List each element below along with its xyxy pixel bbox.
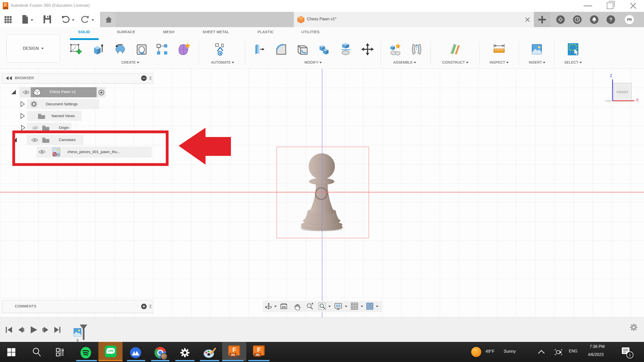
tab-utilities[interactable]: UTILITIES <box>301 30 320 34</box>
restore-icon[interactable] <box>607 3 613 9</box>
look-at-icon[interactable] <box>280 303 288 310</box>
grid-display-icon[interactable] <box>351 302 358 310</box>
group-construct[interactable]: CONSTRUCT <box>442 60 468 64</box>
new-tab-button[interactable] <box>534 12 550 27</box>
app-grid-icon[interactable] <box>4 16 12 24</box>
automate-icon[interactable] <box>213 42 227 56</box>
joint-icon[interactable] <box>410 42 424 56</box>
select-icon[interactable] <box>566 42 580 56</box>
fusion-taskbar-cell-active[interactable]: F 360 <box>222 342 246 361</box>
tab-solid[interactable]: SOLID <box>78 30 90 34</box>
tab-plastic[interactable]: PLASTIC <box>258 30 274 34</box>
save-icon[interactable] <box>43 15 51 24</box>
nordvpn-icon[interactable] <box>130 347 141 358</box>
viewports-dropdown-icon[interactable] <box>376 306 378 307</box>
create-sketch-icon[interactable] <box>69 42 83 56</box>
orbit-icon[interactable] <box>265 303 272 310</box>
minimize-icon[interactable] <box>584 6 592 6</box>
redo-icon[interactable] <box>81 15 90 23</box>
taskbar-chevron-up-icon[interactable] <box>538 349 545 354</box>
fit-dropdown-icon[interactable] <box>328 306 331 307</box>
home-button[interactable] <box>102 12 116 27</box>
chrome-icon[interactable] <box>154 347 166 358</box>
paint-icon[interactable] <box>203 347 216 358</box>
visibility-off-eye-icon[interactable] <box>32 125 38 130</box>
timeline-settings-gear-icon[interactable] <box>629 323 638 332</box>
extensions-button[interactable] <box>556 15 565 24</box>
expand-triangle-closed-icon[interactable] <box>20 113 25 119</box>
display-dropdown-icon[interactable] <box>345 306 347 307</box>
start-button-icon[interactable] <box>7 348 16 356</box>
revolve-icon[interactable] <box>113 42 127 56</box>
weather-temperature[interactable]: 49°F <box>486 349 495 354</box>
timeline-step-back-icon[interactable] <box>17 327 25 333</box>
viewcube[interactable]: FRONT <box>614 83 631 101</box>
clock-date[interactable]: 4/6/2023 <box>588 352 603 357</box>
tree-item-named-views[interactable]: Named Views <box>52 114 75 118</box>
orbit-dropdown-icon[interactable] <box>274 306 277 307</box>
camera-status-icon[interactable] <box>554 348 562 356</box>
shell-icon[interactable] <box>296 42 310 56</box>
new-component-icon[interactable] <box>388 42 403 56</box>
timeline-step-forward-icon[interactable] <box>42 327 49 333</box>
display-settings-icon[interactable] <box>334 302 342 310</box>
press-pull-icon[interactable] <box>252 42 266 56</box>
create-form-icon[interactable] <box>177 42 191 56</box>
action-center-button[interactable]: 1 <box>621 347 630 356</box>
tab-sheet-metal[interactable]: SHEET METAL <box>203 30 229 34</box>
group-modify[interactable]: MODIFY <box>304 60 322 64</box>
construct-plane-icon[interactable] <box>448 42 462 56</box>
tree-item-origin[interactable]: Origin <box>59 125 69 130</box>
move-copy-icon[interactable] <box>360 42 375 56</box>
clock-time[interactable]: 7:36 PM <box>590 344 605 349</box>
insert-canvas-icon[interactable] <box>530 42 544 56</box>
tab-close-icon[interactable] <box>525 17 530 22</box>
comments-panel[interactable]: COMMENTS <box>2 300 153 313</box>
pan-icon[interactable] <box>293 302 301 310</box>
weather-condition[interactable]: Sunny <box>504 349 516 354</box>
browser-minimize-button[interactable] <box>141 75 147 81</box>
undo-arrow-icon[interactable] <box>72 19 74 21</box>
timeline-play-icon[interactable] <box>30 326 38 334</box>
add-comment-button[interactable] <box>141 304 147 309</box>
close-icon[interactable] <box>629 2 637 10</box>
undo-icon[interactable] <box>61 15 70 23</box>
tree-item-document-settings[interactable]: Document Settings <box>46 102 78 106</box>
activate-component-icon[interactable] <box>98 89 105 96</box>
notifications-button[interactable] <box>590 15 598 24</box>
extrude-icon[interactable] <box>91 42 105 56</box>
language-indicator[interactable]: ENG <box>569 349 578 353</box>
settings-taskbar-icon[interactable] <box>180 347 190 358</box>
file-menu-icon[interactable] <box>22 15 29 24</box>
group-select[interactable]: SELECT <box>564 60 582 64</box>
group-create[interactable]: CREATE <box>121 60 139 64</box>
browser-panel-header[interactable]: BROWSER <box>2 73 153 83</box>
hole-icon[interactable] <box>135 42 149 56</box>
visibility-eye-icon[interactable] <box>23 90 30 95</box>
workspace-selector[interactable]: DESIGN <box>7 34 60 63</box>
expand-triangle-closed-icon[interactable] <box>21 125 26 131</box>
pattern-icon[interactable] <box>155 42 169 56</box>
tab-surface[interactable]: SURFACE <box>117 30 135 34</box>
zoom-icon[interactable] <box>306 302 314 310</box>
measure-icon[interactable] <box>492 42 506 56</box>
timeline-skip-end-icon[interactable] <box>54 327 61 333</box>
tree-item-root[interactable]: Chess Pawn v1 <box>50 89 76 94</box>
redo-arrow-icon[interactable] <box>92 19 94 21</box>
fit-icon[interactable] <box>318 302 326 310</box>
browser-panel-grip[interactable] <box>150 76 150 80</box>
document-tab[interactable]: Chess Pawn v1* <box>294 12 534 27</box>
timeline-skip-start-icon[interactable] <box>6 327 13 333</box>
collapse-panel-icon[interactable] <box>6 76 12 80</box>
timeline-playhead[interactable] <box>79 324 88 340</box>
account-avatar[interactable]: PR <box>625 15 634 24</box>
split-body-icon[interactable] <box>339 42 353 56</box>
search-icon[interactable] <box>32 347 41 357</box>
fillet-icon[interactable] <box>274 42 288 56</box>
tab-mesh[interactable]: MESH <box>163 30 175 34</box>
combine-icon[interactable] <box>317 42 331 56</box>
weather-sun-icon[interactable] <box>471 347 481 357</box>
grid-dropdown-icon[interactable] <box>361 306 363 307</box>
fusion-taskbar-icon-2[interactable]: F 360 <box>253 345 265 357</box>
group-automate[interactable]: AUTOMATE <box>211 60 234 64</box>
